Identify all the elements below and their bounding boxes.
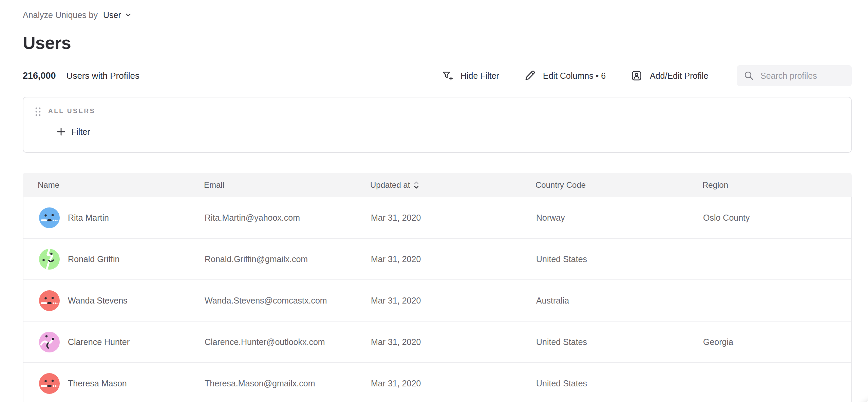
users-table: Name Email Updated at Country Code Regio… [23, 173, 852, 402]
magnifier-icon [743, 70, 755, 81]
edit-columns-label: Edit Columns • 6 [543, 71, 606, 81]
avatar [39, 332, 60, 352]
all-users-group-label: ALL USERS [48, 107, 95, 115]
user-name: Clarence Hunter [68, 337, 130, 347]
user-name: Wanda Stevens [68, 296, 128, 306]
user-country: Norway [521, 213, 688, 223]
avatar [39, 373, 60, 394]
profile-count-group: 216,000 Users with Profiles [23, 65, 139, 86]
user-updated-at: Mar 31, 2020 [356, 379, 521, 388]
column-header-country-code[interactable]: Country Code [521, 180, 687, 190]
add-filter-button[interactable]: Filter [56, 127, 90, 137]
search-profiles-box[interactable] [737, 65, 852, 86]
user-email: Ronald.Griffin@gmailx.com [190, 254, 356, 264]
pencil-icon [524, 70, 536, 82]
user-updated-at: Mar 31, 2020 [356, 296, 521, 306]
user-email: Theresa.Mason@gmailx.com [190, 379, 356, 388]
user-country: United States [521, 379, 688, 388]
hide-filter-label: Hide Filter [460, 71, 499, 81]
avatar [39, 290, 60, 311]
user-email: Wanda.Stevens@comcastx.com [190, 296, 356, 306]
user-name: Ronald Griffin [68, 254, 119, 264]
drag-handle-icon[interactable] [35, 107, 41, 118]
user-name: Rita Martin [68, 213, 109, 223]
user-country: Australia [521, 296, 688, 306]
hide-filter-button[interactable]: Hide Filter [441, 65, 499, 86]
user-updated-at: Mar 31, 2020 [356, 337, 521, 347]
table-row[interactable]: Theresa Mason Theresa.Mason@gmailx.com M… [23, 363, 851, 402]
profile-card-icon [630, 70, 643, 82]
user-email: Rita.Martin@yahoox.com [190, 213, 356, 223]
funnel-plus-icon [441, 70, 453, 82]
users-page: Analyze Uniques by User Users 216,000 Us… [0, 10, 868, 402]
avatar [39, 207, 60, 228]
column-header-updated-at[interactable]: Updated at [355, 180, 521, 190]
table-row[interactable]: Ronald Griffin Ronald.Griffin@gmailx.com… [23, 239, 851, 280]
column-header-email[interactable]: Email [189, 180, 355, 190]
filter-panel: ALL USERS Filter [23, 97, 852, 153]
add-edit-profile-label: Add/Edit Profile [650, 71, 708, 81]
table-body: Rita Martin Rita.Martin@yahoox.com Mar 3… [23, 197, 852, 402]
table-row[interactable]: Wanda Stevens Wanda.Stevens@comcastx.com… [23, 280, 851, 322]
column-header-name[interactable]: Name [23, 180, 189, 190]
sort-chevrons-icon [413, 181, 419, 189]
analyze-by-dropdown[interactable]: User [103, 10, 132, 20]
table-row[interactable]: Clarence Hunter Clarence.Hunter@outlookx… [23, 322, 851, 363]
analyze-by-value: User [103, 10, 121, 20]
profile-count: 216,000 [23, 71, 56, 81]
avatar [39, 249, 60, 270]
toolbar-row: 216,000 Users with Profiles Hide Filter … [23, 65, 852, 86]
user-email: Clarence.Hunter@outlookx.com [190, 337, 356, 347]
user-updated-at: Mar 31, 2020 [356, 254, 521, 264]
column-header-region[interactable]: Region [687, 180, 852, 190]
table-header: Name Email Updated at Country Code Regio… [23, 173, 852, 197]
table-row[interactable]: Rita Martin Rita.Martin@yahoox.com Mar 3… [23, 197, 851, 239]
add-filter-label: Filter [71, 127, 90, 137]
user-name: Theresa Mason [68, 379, 127, 388]
user-region: Georgia [688, 337, 851, 347]
analyze-uniques-label: Analyze Uniques by [23, 10, 98, 20]
plus-icon [56, 127, 66, 137]
user-country: United States [521, 254, 688, 264]
chevron-down-icon [121, 11, 132, 19]
analyze-uniques-row: Analyze Uniques by User [23, 10, 868, 20]
add-edit-profile-button[interactable]: Add/Edit Profile [630, 65, 708, 86]
user-country: United States [521, 337, 688, 347]
page-title: Users [23, 33, 868, 53]
profile-count-label: Users with Profiles [67, 71, 139, 81]
user-updated-at: Mar 31, 2020 [356, 213, 521, 223]
search-profiles-input[interactable] [760, 71, 846, 81]
chat-fab[interactable] [853, 397, 868, 402]
user-region: Oslo County [688, 213, 851, 223]
edit-columns-button[interactable]: Edit Columns • 6 [524, 65, 606, 86]
